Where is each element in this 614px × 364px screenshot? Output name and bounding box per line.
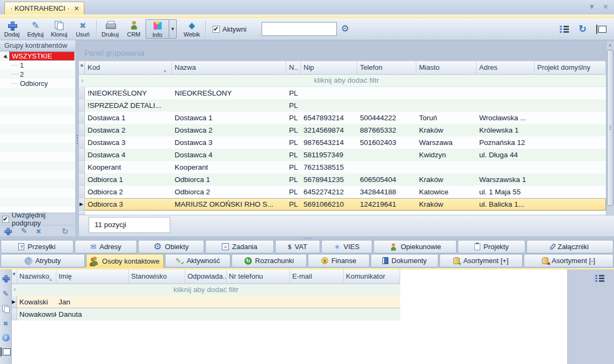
column-header-telefon[interactable]: Telefon xyxy=(357,61,416,74)
tab-atrybuty[interactable]: Atrybuty xyxy=(1,254,85,267)
toolbar-separator xyxy=(96,20,97,38)
table-row-selected[interactable]: Odbiorca 3MARIUSZ OKOŃSKI RHO S... PL569… xyxy=(79,198,606,210)
tab-adresy[interactable]: Adresy xyxy=(75,240,137,253)
tab-dokumenty[interactable]: Dokumenty xyxy=(371,254,438,267)
horizontal-splitter[interactable] xyxy=(0,236,614,240)
column-header-nip[interactable]: Nip xyxy=(301,61,357,74)
tab-finanse[interactable]: Finanse xyxy=(308,254,370,267)
group-add-plus-icon[interactable] xyxy=(4,227,12,235)
info-dropdown-button[interactable]: ▼ xyxy=(169,19,177,39)
group-edit-pencil-icon[interactable] xyxy=(21,227,27,235)
contact-edit-pencil-icon[interactable] xyxy=(3,290,9,297)
column-header-imie[interactable]: Imię xyxy=(56,270,129,283)
column-header-email[interactable]: E-mail xyxy=(290,270,344,283)
column-header-nazwa[interactable]: Nazwa xyxy=(172,61,286,74)
group-refresh-icon[interactable] xyxy=(62,227,69,235)
star-icon xyxy=(334,243,341,250)
aktywni-checkbox[interactable]: Aktywni xyxy=(213,18,247,40)
main-toolbar: Dodaj Edytuj Klonuj Usuń Drukuj CRM Info… xyxy=(0,18,614,40)
contact-add-plus-icon[interactable] xyxy=(2,275,10,282)
scroll-up-icon[interactable]: ▲ xyxy=(606,41,614,48)
group-delete-x-icon[interactable] xyxy=(36,228,41,235)
vertical-splitter[interactable] xyxy=(75,40,79,236)
info-circle-icon[interactable] xyxy=(2,334,10,341)
column-header-nazwisko[interactable]: Nazwisko xyxy=(17,270,56,283)
crm-button[interactable]: CRM xyxy=(122,18,146,40)
tab-osoby-kontaktowe[interactable]: Osoby kontaktowe xyxy=(86,254,164,268)
table-row-clipped[interactable]: PGsoftRadius Stand... PL8441852530 P... … xyxy=(79,210,606,215)
search-input[interactable] xyxy=(262,22,337,36)
add-button[interactable]: Dodaj xyxy=(0,18,24,40)
tab-kontrahenci[interactable]: · KONTRAHENCI · ✕ xyxy=(4,2,84,14)
task-list-icon xyxy=(222,243,229,250)
table-row-selected[interactable]: Kowalski Jan xyxy=(12,296,400,308)
table-row[interactable]: Dostawca 3Dostawca 3 PL9876543214 501602… xyxy=(79,136,606,149)
filter-row[interactable]: kliknij aby dodać filtr xyxy=(79,75,614,87)
info-button[interactable]: Info xyxy=(146,19,169,39)
filter-row[interactable]: kliknij aby dodać filtr xyxy=(12,284,400,296)
row-select-list-icon[interactable] xyxy=(560,25,569,33)
tree-connector xyxy=(12,83,18,84)
coins-icon xyxy=(321,257,328,264)
table-row[interactable]: !NIEOKREŚLONYNIEOKREŚLONY PL xyxy=(79,87,606,99)
tab-przesylki[interactable]: Przesyłki xyxy=(1,240,74,253)
contact-clone-icon[interactable] xyxy=(2,305,10,312)
vertical-scrollbar[interactable]: ▲ xyxy=(606,41,614,216)
edit-button[interactable]: Edytuj xyxy=(24,18,47,40)
grouping-panel[interactable]: Panel grupowania xyxy=(79,47,614,61)
column-header-stanowisko[interactable]: Stanowisko xyxy=(129,270,185,283)
webik-icon xyxy=(189,21,195,30)
contacts-grid: Nazwisko Imię Stanowisko Odpowiada... Nr… xyxy=(12,270,400,321)
delete-button[interactable]: Usuń xyxy=(71,18,95,40)
vat-dollar-icon xyxy=(288,243,292,250)
webik-button[interactable]: Webik xyxy=(180,18,204,40)
column-chooser-icon[interactable] xyxy=(3,348,11,355)
column-header-nr-telefonu[interactable]: Nr telefonu xyxy=(227,270,290,283)
tree-item-2[interactable]: 2 xyxy=(0,70,75,79)
tab-close-icon[interactable]: ✕ xyxy=(74,5,80,12)
tab-aktywnosc[interactable]: Aktywność xyxy=(165,254,230,267)
tree-expander-icon[interactable] xyxy=(2,52,10,60)
close-icon[interactable]: ✕ xyxy=(603,3,609,11)
tree-item-1[interactable]: 1 xyxy=(0,61,75,70)
column-header-miasto[interactable]: Miasto xyxy=(416,61,476,74)
table-row[interactable]: Dostawca 4Dostawca 4 PL5811957349 Kwidzy… xyxy=(79,149,606,161)
tab-zalaczniki[interactable]: Załączniki xyxy=(526,240,613,253)
tab-zadania[interactable]: Zadania xyxy=(205,240,274,253)
column-header-odpowiada[interactable]: Odpowiada... xyxy=(185,270,227,283)
table-row[interactable]: KooperantKooperant PL7621538515 xyxy=(79,161,606,173)
row-select-list-icon[interactable] xyxy=(595,274,604,282)
tab-asortyment-plus[interactable]: Asortyment [+] xyxy=(439,254,523,267)
tab-opiekunowie[interactable]: Opiekunowie xyxy=(373,240,457,253)
table-row[interactable]: Dostawca 1Dostawca 1 PL6547893214 500444… xyxy=(79,112,606,124)
table-row[interactable]: Dostawca 2Dostawca 2 PL3214569874 887665… xyxy=(79,124,606,136)
table-row[interactable]: Nowakowska Danuta xyxy=(12,308,400,321)
tab-vies[interactable]: VIES xyxy=(321,240,372,253)
print-button[interactable]: Drukuj xyxy=(98,18,122,40)
tab-rozrachunki[interactable]: Rozrachunki xyxy=(232,254,307,267)
column-header-projekt[interactable]: Projekt domyślny xyxy=(534,61,606,74)
documents-book-icon xyxy=(382,257,388,264)
refresh-icon[interactable] xyxy=(579,24,587,34)
tab-vat[interactable]: VAT xyxy=(275,240,320,253)
column-header-n[interactable]: N.. xyxy=(286,61,301,74)
tab-asortyment-minus[interactable]: Asortyment [-] xyxy=(524,254,613,267)
include-subgroups-checkbox[interactable]: Uwzględnij podgrupy xyxy=(0,213,75,225)
clone-button[interactable]: Klonuj xyxy=(47,18,71,40)
table-row[interactable]: Odbiorca 1Odbiorca 1 PL5678941235 606505… xyxy=(79,173,606,186)
tab-obiekty[interactable]: Obiekty xyxy=(138,240,204,253)
table-row[interactable]: Odbiorca 2Odbiorca 2 PL6452274212 342844… xyxy=(79,186,606,198)
groups-panel: Grupy kontrahentów WSZYSTKIE 1 2 Odbiorc… xyxy=(0,40,75,236)
table-row[interactable]: !SPRZEDAŻ DETALI... PL xyxy=(79,99,606,112)
search-settings-gear-icon[interactable] xyxy=(341,24,349,40)
column-chooser-icon[interactable] xyxy=(598,26,606,33)
chevron-down-icon[interactable]: ▼ xyxy=(588,3,595,11)
contact-delete-x-icon[interactable] xyxy=(3,320,8,327)
column-header-adres[interactable]: Adres xyxy=(476,61,534,74)
column-header-komunikator[interactable]: Komunikator xyxy=(344,270,400,283)
column-header-kod[interactable]: Kod xyxy=(85,61,172,74)
scrollbar-thumb[interactable] xyxy=(607,50,613,206)
tab-projekty[interactable]: Projekty xyxy=(458,240,525,253)
tree-item-wszystkie[interactable]: WSZYSTKIE xyxy=(0,52,75,61)
tree-item-odbiorcy[interactable]: Odbiorcy xyxy=(0,79,75,88)
